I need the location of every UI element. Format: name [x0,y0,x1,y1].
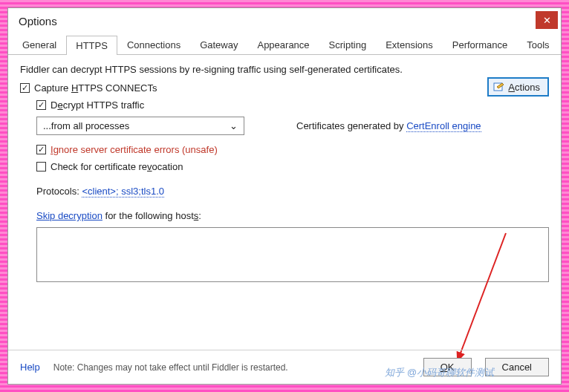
tab-appearance[interactable]: Appearance [247,35,319,54]
tab-scripting[interactable]: Scripting [319,35,377,54]
tab-extensions[interactable]: Extensions [376,35,443,54]
cancel-button[interactable]: Cancel [485,358,549,376]
tab-panel-https: Fiddler can decrypt HTTPS sessions by re… [8,55,561,350]
tab-general[interactable]: General [13,35,66,54]
check-revocation-label: Check for certificate revocation [51,161,183,172]
intro-text: Fiddler can decrypt HTTPS sessions by re… [20,64,549,75]
help-link[interactable]: Help [20,362,40,373]
process-filter-value: ...from all processes [43,120,129,131]
tab-strip: General HTTPS Connections Gateway Appear… [8,35,561,55]
protocols-label: Protocols: [36,186,82,197]
dialog-title: Options [19,15,57,27]
cert-generator-text: Certificates generated by CertEnroll eng… [296,120,481,131]
close-button[interactable]: ✕ [536,11,558,29]
process-filter-dropdown[interactable]: ...from all processes ⌄ [36,117,244,135]
chevron-down-icon: ⌄ [230,120,238,131]
skip-decryption-rest: for the following hosts: [105,210,201,221]
capture-connects-label: Capture HTTPS CONNECTs [34,82,157,94]
capture-connects-checkbox[interactable]: ✓ [20,83,30,93]
close-icon: ✕ [543,15,551,26]
ignore-errors-checkbox[interactable]: ✓ [36,145,46,154]
skip-hosts-input[interactable] [36,227,549,282]
tab-gateway[interactable]: Gateway [190,35,247,54]
actions-icon [493,81,505,93]
check-revocation-checkbox[interactable] [36,162,46,172]
ignore-errors-label: Ignore server certificate errors (unsafe… [51,144,218,155]
decrypt-traffic-checkbox[interactable]: ✓ [36,100,46,110]
ok-button[interactable]: OK [423,358,472,376]
skip-decryption-link[interactable]: Skip decryption [36,210,103,221]
protocols-link[interactable]: <client>; ssl3;tls1.0 [82,186,164,197]
footer-note: Note: Changes may not take effect until … [53,362,410,373]
cert-engine-link[interactable]: CertEnroll engine [406,120,481,132]
decrypt-traffic-label: Decrypt HTTPS traffic [51,99,144,111]
tab-performance[interactable]: Performance [443,35,517,54]
actions-label: Actions [508,82,540,93]
tab-connections[interactable]: Connections [117,35,190,54]
actions-button[interactable]: Actions [487,77,549,97]
tab-https[interactable]: HTTPS [66,36,117,55]
tab-tools[interactable]: Tools [517,35,559,54]
